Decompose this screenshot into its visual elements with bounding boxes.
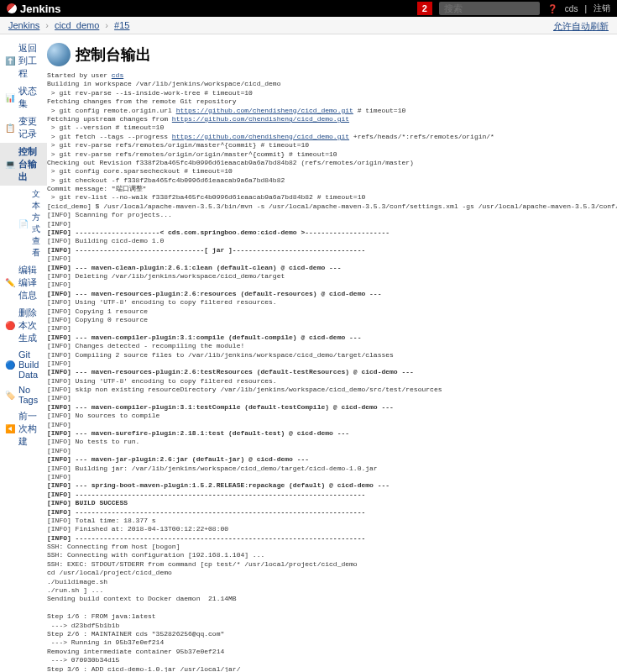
sidebar-item[interactable]: ⬆️返回到工程	[0, 39, 47, 82]
auto-refresh-link[interactable]: 允许自动刷新	[553, 20, 609, 33]
jenkins-logo-icon	[7, 3, 17, 13]
sidebar-icon: ✏️	[5, 277, 15, 289]
user-link[interactable]: cds	[565, 4, 578, 13]
sidebar-label: 返回到工程	[18, 42, 42, 80]
sidebar-label: 变更记录	[18, 115, 42, 140]
sidebar-item[interactable]: 🏷️No Tags	[0, 382, 47, 407]
sidebar-icon: 📋	[5, 122, 15, 134]
sidebar-icon: 📊	[5, 92, 15, 103]
sidebar-label: 文本方式查看	[32, 188, 42, 259]
header: Jenkins 2 ❓ cds | 注销	[0, 0, 617, 17]
sidebar-icon: 🏷️	[5, 389, 15, 401]
logout-link[interactable]: 注销	[593, 3, 610, 14]
sidebar: ⬆️返回到工程📊状态集📋变更记录💻控制台输出📄文本方式查看✏️编辑编译信息🔴删除…	[0, 34, 47, 672]
globe-icon	[47, 43, 71, 66]
sidebar-icon: 🔴	[5, 320, 15, 332]
sidebar-label: 状态集	[18, 85, 42, 110]
breadcrumb-item[interactable]: cicd_demo	[55, 20, 99, 30]
help-icon[interactable]: ❓	[546, 3, 558, 14]
sidebar-item[interactable]: 🔴删除本次生成	[0, 304, 47, 347]
brand-text: Jenkins	[20, 3, 60, 15]
logo-area[interactable]: Jenkins	[7, 3, 60, 15]
sidebar-item[interactable]: 📄文本方式查看	[0, 186, 47, 261]
sidebar-item[interactable]: 📋变更记录	[0, 113, 47, 143]
sidebar-icon: 💻	[5, 159, 15, 171]
sidebar-icon: ⬆️	[5, 55, 15, 67]
sidebar-label: Git Build Data	[18, 349, 42, 380]
sidebar-label: 前一次构建	[18, 410, 42, 448]
breadcrumb-item[interactable]: #15	[114, 20, 129, 30]
sidebar-item[interactable]: 📊状态集	[0, 82, 47, 113]
breadcrumb-item[interactable]: Jenkins	[8, 20, 39, 30]
main-content: 控制台输出 Started by user cds Building in wo…	[47, 34, 617, 672]
sidebar-label: 控制台输出	[18, 145, 42, 183]
breadcrumb: Jenkins › cicd_demo › #15 允许自动刷新	[0, 17, 617, 34]
sidebar-item[interactable]: 🔵Git Build Data	[0, 347, 47, 382]
search-input[interactable]	[439, 2, 540, 15]
sidebar-label: No Tags	[18, 385, 42, 405]
notification-badge[interactable]: 2	[417, 2, 432, 15]
page-title: 控制台输出	[76, 45, 151, 65]
sidebar-icon: ◀️	[5, 423, 15, 435]
sidebar-item[interactable]: 💻控制台输出	[0, 143, 47, 186]
console-output: Started by user cds Building in workspac…	[47, 71, 617, 672]
sidebar-item[interactable]: ✏️编辑编译信息	[0, 261, 47, 304]
sidebar-item[interactable]: ◀️前一次构建	[0, 407, 47, 450]
sidebar-icon: 🔵	[5, 359, 15, 370]
sidebar-label: 删除本次生成	[18, 307, 42, 344]
sidebar-icon: 📄	[18, 218, 29, 229]
sidebar-label: 编辑编译信息	[18, 264, 42, 302]
